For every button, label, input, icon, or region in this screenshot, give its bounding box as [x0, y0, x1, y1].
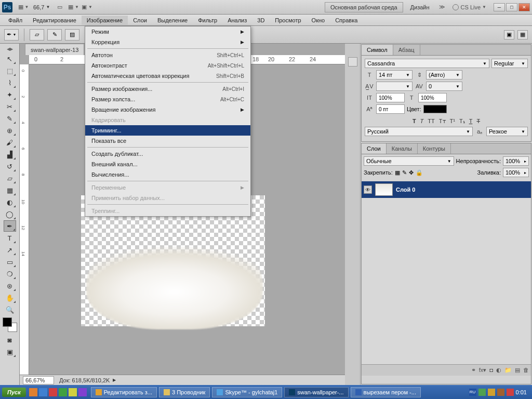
tray-icon[interactable] [478, 389, 486, 396]
options-mask-icon[interactable]: ▣ [504, 30, 514, 39]
menu-edit[interactable]: Редактирование [28, 16, 82, 25]
3d-camera-tool-icon[interactable]: ⊛ [4, 280, 16, 291]
gradient-tool-icon[interactable]: ▦ [4, 184, 16, 196]
lock-pixels-icon[interactable]: ✎ [402, 169, 407, 176]
arrange-docs-icon[interactable]: ▦▼ [69, 3, 78, 12]
wand-tool-icon[interactable]: ✦ [4, 89, 16, 100]
tab-layers[interactable]: Слои [362, 143, 387, 154]
pen-mode-path-icon[interactable]: ✎ [47, 29, 62, 41]
hand-tool-icon[interactable]: ✋ [4, 292, 16, 303]
menu-item-автоматическая-цветовая-коррекция[interactable]: Автоматическая цветовая коррекцияShift+C… [85, 71, 250, 81]
language-select[interactable]: Русский▼ [365, 127, 473, 136]
tool-preset-icon[interactable]: ✒▼ [4, 29, 19, 41]
minimize-icon[interactable]: ─ [494, 3, 505, 11]
menu-file[interactable]: Файл [3, 16, 28, 25]
leading-select[interactable]: (Авто)▼ [426, 70, 462, 79]
lock-pos-icon[interactable]: ✥ [409, 169, 414, 176]
layer-thumbnail[interactable] [375, 183, 393, 196]
font-family-select[interactable]: Cassandra▼ [365, 59, 489, 68]
bold-icon[interactable]: T [413, 118, 416, 125]
menu-item-внешний-канал---[interactable]: Внешний канал... [85, 159, 250, 169]
status-zoom-input[interactable]: 66,67% [23, 376, 54, 384]
ql-icon[interactable] [39, 388, 47, 396]
strike-icon[interactable]: T [476, 118, 480, 125]
dodge-tool-icon[interactable]: ◯ [4, 208, 16, 220]
fx-icon[interactable]: fx▾ [479, 367, 487, 374]
history-brush-tool-icon[interactable]: ↺ [4, 161, 16, 172]
menu-item-тримминг---[interactable]: Тримминг... [85, 125, 250, 136]
taskbar-item[interactable]: swan-wallpaper-... [284, 387, 348, 397]
tab-character[interactable]: Символ [362, 45, 393, 55]
baseline-input[interactable] [376, 104, 405, 114]
menu-3d[interactable]: 3D [252, 16, 270, 25]
fill-input[interactable]: 100%▸ [503, 168, 529, 177]
underline-icon[interactable]: T [469, 118, 473, 125]
tray-lang-icon[interactable]: RU [469, 389, 476, 396]
allcaps-icon[interactable]: TT [428, 118, 434, 125]
opacity-input[interactable]: 100%▸ [503, 156, 529, 166]
brush-tool-icon[interactable]: 🖌 [4, 137, 16, 148]
menu-help[interactable]: Справка [330, 16, 363, 25]
subscript-icon[interactable]: T₁ [459, 118, 465, 125]
close-icon[interactable]: ✕ [518, 3, 530, 11]
group-icon[interactable]: 📁 [504, 367, 512, 374]
tab-paragraph[interactable]: Абзац [393, 45, 420, 55]
start-button[interactable]: Пуск [2, 388, 26, 397]
pen-tool-icon[interactable]: ✒ [4, 220, 16, 232]
screenmode-tool-icon[interactable]: ▣ [4, 346, 16, 357]
tray-icon[interactable] [488, 389, 495, 396]
eyedropper-tool-icon[interactable]: ✎ [4, 113, 16, 124]
layer-row[interactable]: 👁 Слой 0 [362, 181, 531, 198]
zoom-tool-icon[interactable]: 🔍 [4, 304, 16, 315]
3d-tool-icon[interactable]: ❍ [4, 268, 16, 280]
superscript-icon[interactable]: T¹ [450, 118, 455, 125]
type-tool-icon[interactable]: T [4, 232, 16, 244]
link-layers-icon[interactable]: ⚭ [471, 367, 476, 374]
font-style-select[interactable]: Regular▼ [491, 59, 528, 68]
document-tab[interactable]: swan-wallpaper-13 [25, 44, 84, 55]
menu-item-показать-все[interactable]: Показать все [85, 136, 250, 146]
taskbar-item[interactable]: вырезаем пером -... [351, 387, 421, 397]
stamp-tool-icon[interactable]: ▟ [4, 149, 16, 160]
ql-icon[interactable] [29, 388, 37, 396]
menu-item-режим[interactable]: Режим▶ [85, 26, 250, 37]
vscale-input[interactable] [376, 93, 405, 102]
workspace-design-button[interactable]: Дизайн [405, 3, 435, 12]
crop-tool-icon[interactable]: ✂ [4, 101, 16, 112]
pen-mode-shape-icon[interactable]: ▱ [30, 29, 44, 41]
font-size-select[interactable]: 14 пт▼ [376, 70, 413, 79]
heal-tool-icon[interactable]: ⊕ [4, 125, 16, 136]
marquee-tool-icon[interactable]: ⬚ [4, 65, 16, 76]
menu-image[interactable]: Изображение [82, 16, 128, 25]
menu-item-вычисления---[interactable]: Вычисления... [85, 169, 250, 180]
menu-window[interactable]: Окно [307, 16, 330, 25]
bridge-icon[interactable]: ▦▼ [19, 3, 28, 12]
menu-item-создать-дубликат---[interactable]: Создать дубликат... [85, 149, 250, 159]
menu-item-размер-изображения---[interactable]: Размер изображения...Alt+Ctrl+I [85, 84, 250, 94]
lock-all-icon[interactable]: 🔒 [416, 169, 423, 176]
layer-name[interactable]: Слой 0 [396, 187, 415, 193]
workspace-more-icon[interactable]: ≫ [436, 4, 448, 10]
ql-icon[interactable] [49, 388, 57, 396]
menu-item-вращение-изображения[interactable]: Вращение изображения▶ [85, 104, 250, 115]
color-swatch[interactable] [3, 317, 17, 332]
screen-mode-icon[interactable]: ▣▼ [82, 3, 91, 12]
hscale-input[interactable] [418, 93, 447, 102]
taskbar-item[interactable]: 3 Проводник [159, 387, 210, 397]
menu-item-коррекция[interactable]: Коррекция▶ [85, 37, 250, 47]
blend-mode-select[interactable]: Обычные▼ [364, 156, 454, 166]
menu-analysis[interactable]: Анализ [222, 16, 252, 25]
antialias-select[interactable]: Резкое▼ [486, 127, 528, 136]
new-layer-icon[interactable]: ▤ [515, 367, 520, 374]
menu-item-автотон[interactable]: АвтотонShift+Ctrl+L [85, 50, 250, 60]
move-tool-icon[interactable]: ↖ [4, 53, 16, 64]
mask-icon[interactable]: ◘ [489, 367, 493, 374]
lasso-tool-icon[interactable]: ⌇ [4, 77, 16, 88]
workspace-main-button[interactable]: Основная рабочая среда [325, 2, 403, 12]
taskbar-item[interactable]: Skype™ - gylchataj1 [212, 387, 282, 397]
eraser-tool-icon[interactable]: ▱ [4, 172, 16, 184]
menu-item-автоконтраст[interactable]: АвтоконтрастAlt+Shift+Ctrl+L [85, 60, 250, 71]
visibility-icon[interactable]: 👁 [364, 185, 372, 194]
menu-view[interactable]: Просмотр [270, 16, 306, 25]
options-mask2-icon[interactable]: ▦ [517, 30, 528, 39]
